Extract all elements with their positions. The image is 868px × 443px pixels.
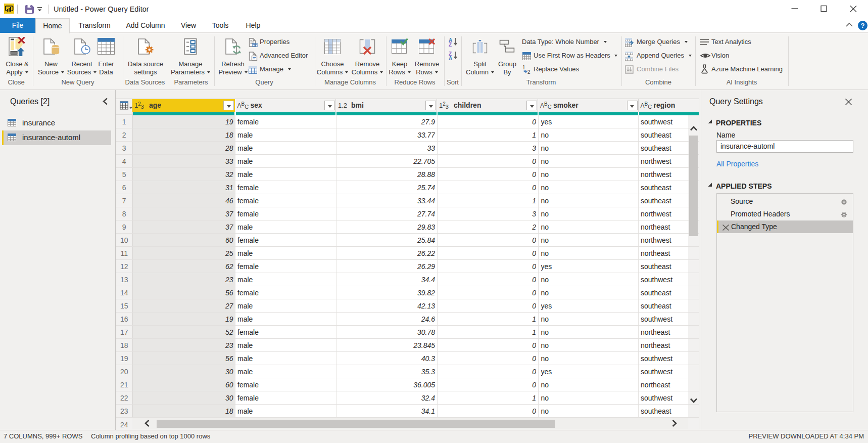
svg-text:Z: Z (449, 42, 452, 47)
svg-text:A: A (449, 56, 452, 61)
svg-text:2: 2 (527, 69, 531, 74)
svg-text:1: 1 (522, 65, 525, 70)
